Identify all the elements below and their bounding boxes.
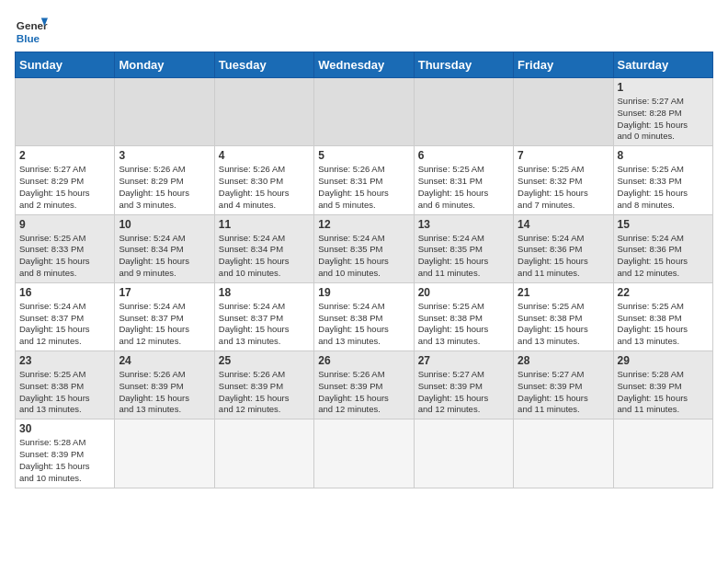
logo-icon: GeneralBlue xyxy=(15,15,48,48)
calendar-body: 1Sunrise: 5:27 AM Sunset: 8:28 PM Daylig… xyxy=(16,78,713,488)
calendar-day-cell xyxy=(514,419,613,488)
calendar-day-cell xyxy=(314,78,414,146)
day-number: 7 xyxy=(518,149,609,162)
day-info: Sunrise: 5:26 AM Sunset: 8:31 PM Dayligh… xyxy=(318,164,409,211)
calendar-day-cell: 25Sunrise: 5:26 AM Sunset: 8:39 PM Dayli… xyxy=(214,351,313,419)
calendar-day-cell: 4Sunrise: 5:26 AM Sunset: 8:30 PM Daylig… xyxy=(214,146,313,214)
day-number: 22 xyxy=(618,286,709,299)
day-info: Sunrise: 5:26 AM Sunset: 8:29 PM Dayligh… xyxy=(119,164,210,211)
day-info: Sunrise: 5:25 AM Sunset: 8:38 PM Dayligh… xyxy=(418,301,509,348)
calendar-day-cell: 12Sunrise: 5:24 AM Sunset: 8:35 PM Dayli… xyxy=(314,214,414,282)
day-number: 4 xyxy=(219,149,310,162)
day-number: 26 xyxy=(318,354,409,367)
calendar-day-cell: 9Sunrise: 5:25 AM Sunset: 8:33 PM Daylig… xyxy=(16,214,115,282)
calendar-table: SundayMondayTuesdayWednesdayThursdayFrid… xyxy=(15,52,713,488)
day-number: 12 xyxy=(318,218,409,231)
calendar-day-cell: 11Sunrise: 5:24 AM Sunset: 8:34 PM Dayli… xyxy=(214,214,313,282)
day-number: 6 xyxy=(418,149,509,162)
day-number: 28 xyxy=(518,354,609,367)
calendar-day-cell: 19Sunrise: 5:24 AM Sunset: 8:38 PM Dayli… xyxy=(314,282,414,350)
weekday-friday: Friday xyxy=(514,52,613,78)
day-info: Sunrise: 5:26 AM Sunset: 8:30 PM Dayligh… xyxy=(219,164,310,211)
day-number: 9 xyxy=(19,218,110,231)
weekday-monday: Monday xyxy=(115,52,214,78)
calendar-day-cell: 22Sunrise: 5:25 AM Sunset: 8:38 PM Dayli… xyxy=(613,282,712,350)
day-number: 27 xyxy=(418,354,509,367)
day-number: 16 xyxy=(19,286,110,299)
calendar-day-cell: 21Sunrise: 5:25 AM Sunset: 8:38 PM Dayli… xyxy=(514,282,613,350)
calendar-day-cell: 18Sunrise: 5:24 AM Sunset: 8:37 PM Dayli… xyxy=(214,282,313,350)
day-info: Sunrise: 5:25 AM Sunset: 8:38 PM Dayligh… xyxy=(518,301,609,348)
day-number: 10 xyxy=(119,218,210,231)
day-number: 13 xyxy=(418,218,509,231)
day-info: Sunrise: 5:24 AM Sunset: 8:35 PM Dayligh… xyxy=(318,233,409,280)
day-info: Sunrise: 5:26 AM Sunset: 8:39 PM Dayligh… xyxy=(318,369,409,416)
calendar-week-row: 16Sunrise: 5:24 AM Sunset: 8:37 PM Dayli… xyxy=(16,282,713,350)
calendar-day-cell: 2Sunrise: 5:27 AM Sunset: 8:29 PM Daylig… xyxy=(16,146,115,214)
calendar-day-cell: 6Sunrise: 5:25 AM Sunset: 8:31 PM Daylig… xyxy=(414,146,513,214)
weekday-tuesday: Tuesday xyxy=(214,52,313,78)
calendar-day-cell xyxy=(613,419,712,488)
day-info: Sunrise: 5:27 AM Sunset: 8:28 PM Dayligh… xyxy=(618,96,709,143)
calendar-day-cell: 13Sunrise: 5:24 AM Sunset: 8:35 PM Dayli… xyxy=(414,214,513,282)
day-number: 21 xyxy=(518,286,609,299)
svg-text:Blue: Blue xyxy=(17,32,40,44)
calendar-day-cell: 3Sunrise: 5:26 AM Sunset: 8:29 PM Daylig… xyxy=(115,146,214,214)
day-info: Sunrise: 5:25 AM Sunset: 8:33 PM Dayligh… xyxy=(19,233,110,280)
calendar-day-cell: 5Sunrise: 5:26 AM Sunset: 8:31 PM Daylig… xyxy=(314,146,414,214)
day-info: Sunrise: 5:24 AM Sunset: 8:34 PM Dayligh… xyxy=(219,233,310,280)
day-info: Sunrise: 5:28 AM Sunset: 8:39 PM Dayligh… xyxy=(19,437,110,484)
calendar-day-cell: 1Sunrise: 5:27 AM Sunset: 8:28 PM Daylig… xyxy=(613,78,712,146)
header: GeneralBlue xyxy=(15,15,713,48)
weekday-thursday: Thursday xyxy=(414,52,513,78)
calendar-week-row: 30Sunrise: 5:28 AM Sunset: 8:39 PM Dayli… xyxy=(16,419,713,488)
day-info: Sunrise: 5:25 AM Sunset: 8:33 PM Dayligh… xyxy=(618,164,709,211)
day-info: Sunrise: 5:25 AM Sunset: 8:31 PM Dayligh… xyxy=(418,164,509,211)
day-info: Sunrise: 5:26 AM Sunset: 8:39 PM Dayligh… xyxy=(219,369,310,416)
calendar-day-cell xyxy=(414,78,513,146)
calendar-day-cell xyxy=(514,78,613,146)
day-info: Sunrise: 5:24 AM Sunset: 8:36 PM Dayligh… xyxy=(618,233,709,280)
day-info: Sunrise: 5:27 AM Sunset: 8:39 PM Dayligh… xyxy=(518,369,609,416)
weekday-sunday: Sunday xyxy=(16,52,115,78)
day-info: Sunrise: 5:28 AM Sunset: 8:39 PM Dayligh… xyxy=(618,369,709,416)
day-info: Sunrise: 5:24 AM Sunset: 8:37 PM Dayligh… xyxy=(19,301,110,348)
day-info: Sunrise: 5:24 AM Sunset: 8:35 PM Dayligh… xyxy=(418,233,509,280)
day-number: 29 xyxy=(618,354,709,367)
calendar-day-cell: 26Sunrise: 5:26 AM Sunset: 8:39 PM Dayli… xyxy=(314,351,414,419)
calendar-day-cell: 23Sunrise: 5:25 AM Sunset: 8:38 PM Dayli… xyxy=(16,351,115,419)
weekday-header-row: SundayMondayTuesdayWednesdayThursdayFrid… xyxy=(16,52,713,78)
day-info: Sunrise: 5:25 AM Sunset: 8:32 PM Dayligh… xyxy=(518,164,609,211)
day-number: 19 xyxy=(318,286,409,299)
day-info: Sunrise: 5:24 AM Sunset: 8:36 PM Dayligh… xyxy=(518,233,609,280)
calendar-day-cell: 16Sunrise: 5:24 AM Sunset: 8:37 PM Dayli… xyxy=(16,282,115,350)
calendar-day-cell: 8Sunrise: 5:25 AM Sunset: 8:33 PM Daylig… xyxy=(613,146,712,214)
weekday-wednesday: Wednesday xyxy=(314,52,414,78)
calendar-day-cell: 15Sunrise: 5:24 AM Sunset: 8:36 PM Dayli… xyxy=(613,214,712,282)
day-number: 24 xyxy=(119,354,210,367)
day-number: 25 xyxy=(219,354,310,367)
day-number: 20 xyxy=(418,286,509,299)
calendar-day-cell: 30Sunrise: 5:28 AM Sunset: 8:39 PM Dayli… xyxy=(16,419,115,488)
weekday-saturday: Saturday xyxy=(613,52,712,78)
calendar-day-cell xyxy=(16,78,115,146)
day-number: 3 xyxy=(119,149,210,162)
calendar-day-cell: 7Sunrise: 5:25 AM Sunset: 8:32 PM Daylig… xyxy=(514,146,613,214)
day-number: 30 xyxy=(19,422,110,435)
day-info: Sunrise: 5:24 AM Sunset: 8:38 PM Dayligh… xyxy=(318,301,409,348)
calendar-day-cell: 28Sunrise: 5:27 AM Sunset: 8:39 PM Dayli… xyxy=(514,351,613,419)
day-info: Sunrise: 5:24 AM Sunset: 8:37 PM Dayligh… xyxy=(219,301,310,348)
calendar-week-row: 9Sunrise: 5:25 AM Sunset: 8:33 PM Daylig… xyxy=(16,214,713,282)
calendar-week-row: 1Sunrise: 5:27 AM Sunset: 8:28 PM Daylig… xyxy=(16,78,713,146)
day-info: Sunrise: 5:25 AM Sunset: 8:38 PM Dayligh… xyxy=(19,369,110,416)
day-number: 5 xyxy=(318,149,409,162)
calendar-day-cell xyxy=(214,78,313,146)
calendar-day-cell xyxy=(414,419,513,488)
calendar-day-cell xyxy=(314,419,414,488)
day-info: Sunrise: 5:25 AM Sunset: 8:38 PM Dayligh… xyxy=(618,301,709,348)
calendar-day-cell: 24Sunrise: 5:26 AM Sunset: 8:39 PM Dayli… xyxy=(115,351,214,419)
day-info: Sunrise: 5:24 AM Sunset: 8:34 PM Dayligh… xyxy=(119,233,210,280)
day-number: 23 xyxy=(19,354,110,367)
day-number: 11 xyxy=(219,218,310,231)
day-number: 14 xyxy=(518,218,609,231)
